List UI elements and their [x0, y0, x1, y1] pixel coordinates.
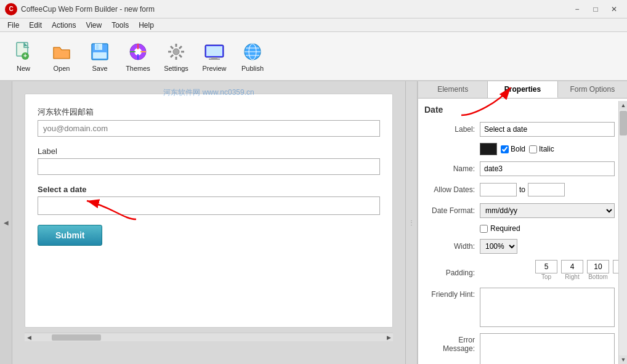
padding-labels: Top Right Bottom Left: [480, 273, 627, 280]
bold-checkbox[interactable]: [501, 145, 509, 153]
svg-line-18: [171, 55, 173, 57]
menu-view[interactable]: View: [81, 20, 107, 31]
scroll-right-arrow[interactable]: ▶: [384, 333, 393, 342]
svg-line-16: [179, 55, 182, 57]
padding-right-input[interactable]: [561, 260, 583, 273]
bold-italic-row: Bold Italic: [424, 143, 615, 155]
settings-icon: [165, 41, 187, 63]
publish-icon: [241, 41, 264, 63]
width-select[interactable]: 100% 75% 50% 25%: [480, 239, 517, 254]
date-to-input[interactable]: [528, 183, 565, 196]
minimize-button[interactable]: −: [569, 2, 585, 16]
tab-elements[interactable]: Elements: [418, 81, 488, 98]
scroll-up-arrow[interactable]: ▲: [619, 101, 627, 110]
italic-checkbox-label[interactable]: Italic: [529, 145, 554, 153]
scroll-left-arrow[interactable]: ◀: [25, 333, 33, 342]
padding-row: Padding: Top Right Bottom Left: [424, 260, 615, 285]
menu-help[interactable]: Help: [134, 20, 159, 31]
label-prop-label: Label:: [424, 125, 480, 134]
date-input[interactable]: [38, 196, 380, 215]
resize-icon: ⋮: [408, 219, 415, 226]
svg-text:+: +: [23, 52, 27, 59]
preview-label: Preview: [202, 65, 226, 72]
padding-inputs-container: Top Right Bottom Left: [480, 260, 627, 285]
svg-rect-6: [96, 44, 99, 49]
open-icon: [51, 41, 73, 63]
bottom-scrollbar: ◀ ▶: [25, 333, 393, 341]
label-field-label: Label: [38, 147, 380, 156]
settings-button[interactable]: Settings: [158, 34, 195, 78]
date-format-select[interactable]: mm/dd/yy dd/mm/yy yy/mm/dd: [480, 203, 615, 218]
bold-label: Bold: [511, 145, 525, 153]
svg-line-15: [171, 46, 173, 49]
date-range: to: [480, 183, 615, 196]
label-input[interactable]: [38, 158, 380, 175]
label-prop-row: Label:: [424, 122, 615, 137]
panel-tabs: Elements Properties Form Options: [418, 81, 627, 99]
maximize-button[interactable]: □: [588, 2, 604, 16]
padding-bottom-input[interactable]: [587, 260, 609, 273]
open-label: Open: [54, 65, 70, 72]
svg-line-17: [179, 46, 182, 49]
svg-rect-22: [209, 59, 220, 60]
section-title: Date: [424, 105, 615, 115]
italic-checkbox[interactable]: [529, 145, 537, 153]
label-prop-input[interactable]: [480, 122, 615, 137]
save-button[interactable]: Save: [81, 34, 118, 78]
close-button[interactable]: ✕: [606, 2, 622, 16]
date-section: Select a date: [38, 185, 380, 215]
bold-checkbox-label[interactable]: Bold: [501, 145, 525, 153]
menu-tools[interactable]: Tools: [107, 20, 134, 31]
tab-properties[interactable]: Properties: [488, 81, 557, 98]
app-icon: C: [5, 3, 17, 15]
email-field-label: 河东软件园邮箱: [38, 107, 380, 118]
svg-point-10: [173, 49, 179, 55]
date-format-row: Date Format: mm/dd/yy dd/mm/yy yy/mm/dd: [424, 203, 615, 218]
themes-button[interactable]: Themes: [119, 34, 156, 78]
open-button[interactable]: Open: [43, 34, 80, 78]
padding-right-label: Right: [561, 273, 583, 280]
main-area: ◀ 河东软件网 www.nc0359.cn 河东软件园邮箱 Label Sele…: [0, 81, 627, 364]
menu-actions[interactable]: Actions: [47, 20, 81, 31]
save-label: Save: [92, 65, 107, 72]
error-message-textarea[interactable]: [480, 333, 615, 364]
date-format-label: Date Format:: [424, 206, 480, 215]
new-label: New: [17, 65, 30, 72]
title-bar: C CoffeeCup Web Form Builder - new form …: [0, 0, 627, 18]
scroll-down-arrow[interactable]: ▼: [619, 355, 627, 364]
width-label: Width:: [424, 242, 480, 251]
right-panel: Elements Properties Form Options Date La…: [418, 81, 627, 364]
name-prop-input[interactable]: [480, 161, 615, 176]
window-title: CoffeeCup Web Form Builder - new form: [21, 5, 569, 14]
scroll-track: [619, 110, 627, 355]
required-checkbox[interactable]: [480, 225, 488, 233]
name-prop-row: Name:: [424, 161, 615, 176]
italic-label: Italic: [539, 145, 554, 153]
color-swatch[interactable]: [480, 143, 497, 155]
menu-bar: File Edit Actions View Tools Help: [0, 18, 627, 32]
window-controls: − □ ✕: [569, 2, 622, 16]
width-row: Width: 100% 75% 50% 25%: [424, 239, 615, 254]
preview-button[interactable]: Preview: [196, 34, 233, 78]
form-canvas: 河东软件园邮箱 Label Select a date Submit: [25, 94, 393, 328]
submit-button[interactable]: Submit: [38, 225, 102, 246]
publish-label: Publish: [241, 65, 264, 72]
panel-resize-handle: ⋮: [405, 81, 418, 364]
properties-panel: Date Label: Bold Italic Name:: [418, 99, 627, 364]
tab-form-options[interactable]: Form Options: [558, 81, 627, 98]
padding-top-input[interactable]: [535, 260, 557, 273]
scroll-thumb[interactable]: [52, 334, 101, 341]
publish-button[interactable]: Publish: [234, 34, 271, 78]
scroll-thumb[interactable]: [620, 111, 627, 135]
name-prop-label: Name:: [424, 164, 480, 173]
menu-edit[interactable]: Edit: [24, 20, 47, 31]
email-input[interactable]: [38, 120, 380, 137]
themes-icon: [127, 41, 149, 63]
scroll-left[interactable]: ◀: [0, 81, 12, 364]
new-button[interactable]: + New: [5, 34, 42, 78]
date-from-input[interactable]: [480, 183, 517, 196]
padding-bottom-label: Bottom: [587, 273, 609, 280]
friendly-hint-textarea[interactable]: [480, 288, 615, 327]
menu-file[interactable]: File: [2, 20, 24, 31]
form-preview-panel: 河东软件网 www.nc0359.cn 河东软件园邮箱 Label Select…: [12, 81, 405, 364]
